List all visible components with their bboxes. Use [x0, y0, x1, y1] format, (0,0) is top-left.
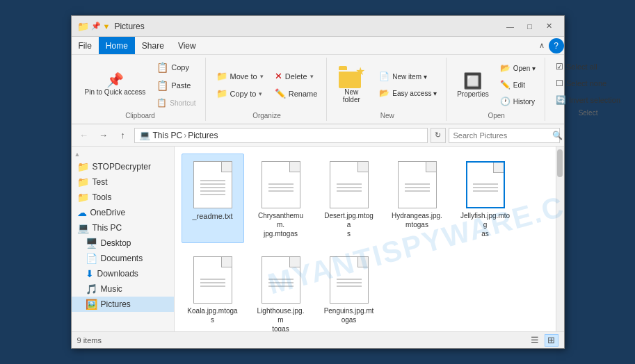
sidebar-item-music[interactable]: 🎵 Music — [72, 281, 174, 297]
menu-view[interactable]: View — [171, 37, 203, 54]
file-name-hydrangeas: Hydrangeas.jpg.mtogas — [392, 211, 442, 229]
delete-chevron-icon: ▾ — [310, 73, 314, 80]
invert-selection-button[interactable]: 🔄 Invert selection — [551, 92, 625, 108]
rename-button[interactable]: ✏️ Rename — [270, 85, 323, 101]
properties-button[interactable]: 🔲 Properties — [452, 69, 494, 101]
folder-icon-title: ▼ — [103, 22, 111, 31]
move-to-button[interactable]: 📁 Move to ▾ — [211, 68, 268, 84]
file-page-desert — [330, 161, 369, 208]
search-icon: 🔍 — [552, 131, 563, 140]
file-item-koala[interactable]: Koala.jpg.mtogas — [182, 249, 244, 331]
sidebar-item-pictures[interactable]: 🖼️ Pictures — [72, 297, 174, 312]
sidebar-item-downloads-label: Downloads — [97, 269, 138, 279]
new-items: ★ Newfolder 📄 New item ▾ 📂 Easy access ▾ — [332, 59, 442, 110]
sidebar-item-thispc[interactable]: 💻 This PC — [72, 220, 174, 235]
file-lines-d — [337, 181, 362, 194]
file-area-scrollbar[interactable] — [556, 147, 564, 331]
search-box: 🔍 — [449, 128, 560, 143]
minimize-button[interactable]: — — [501, 19, 520, 33]
sidebar-item-test-label: Test — [93, 177, 108, 187]
file-item-lighthouse[interactable]: Lighthouse.jpg.mtogas — [250, 249, 312, 331]
delete-rename-col: ✕ Delete ▾ ✏️ Rename — [270, 68, 323, 101]
organize-label: Organize — [252, 112, 281, 119]
line2 — [200, 282, 225, 283]
file-name-koala: Koala.jpg.mtogas — [186, 306, 239, 324]
address-path[interactable]: 💻 This PC › Pictures — [134, 128, 428, 143]
grid-view-button[interactable]: ⊞ — [545, 334, 558, 347]
line1 — [200, 180, 225, 181]
pin-quick-access-button[interactable]: 📌 Pin to Quick access — [80, 69, 151, 100]
title-bar: 📁 📌 ▼ Pictures — □ ✕ — [72, 16, 564, 37]
paste-shortcut-button[interactable]: 📋 Shortcut — [152, 95, 200, 110]
copy-to-button[interactable]: 📁 Copy to ▾ — [211, 85, 268, 101]
close-button[interactable]: ✕ — [540, 19, 558, 33]
ribbon-collapse-button[interactable]: ∧ — [535, 40, 549, 51]
file-name-jellyfish: Jellyfish.jpg.mtogas — [459, 211, 512, 238]
copy-button[interactable]: 📋 Copy — [152, 59, 200, 76]
delete-button[interactable]: ✕ Delete ▾ — [270, 68, 323, 84]
status-bar: 9 items ☰ ⊞ — [72, 331, 564, 348]
search-input[interactable] — [453, 131, 549, 140]
line3 — [200, 286, 225, 287]
file-item-chrysanthemum[interactable]: Chrysanthemum.jpg.mtogas — [250, 154, 312, 243]
sidebar-item-onedrive[interactable]: ☁ OneDrive — [72, 205, 174, 220]
history-button[interactable]: 🕐 History — [495, 94, 540, 109]
sidebar-item-desktop[interactable]: 🖥️ Desktop — [72, 235, 174, 251]
new-item-button[interactable]: 📄 New item ▾ — [374, 69, 442, 84]
line2 — [268, 282, 294, 283]
sidebar-item-test[interactable]: 📁 Test — [72, 174, 174, 190]
file-lines-readme — [200, 178, 225, 197]
sidebar-item-stopdecrypter[interactable]: 📁 STOPDecrypter — [72, 159, 174, 174]
list-view-button[interactable]: ☰ — [528, 334, 542, 347]
file-lines-h — [405, 181, 430, 194]
menu-home[interactable]: Home — [99, 37, 135, 54]
sidebar: ▲ 📁 STOPDecrypter 📁 Test 📁 Tools ☁ OneDr… — [72, 147, 175, 331]
open-button[interactable]: 📂 Open ▾ — [495, 60, 540, 76]
select-all-button[interactable]: ☑ Select all — [551, 59, 625, 74]
line2 — [337, 282, 362, 283]
refresh-button[interactable]: ↻ — [431, 128, 446, 143]
file-icon-hydrangeas — [395, 158, 440, 208]
rename-icon: ✏️ — [275, 88, 286, 99]
easy-access-button[interactable]: 📂 Easy access ▾ — [374, 85, 442, 101]
new-label: New — [380, 112, 394, 119]
select-none-icon: ☐ — [556, 78, 563, 88]
breadcrumb-icon: 💻 — [139, 130, 150, 140]
sidebar-item-downloads[interactable]: ⬇ Downloads — [72, 266, 174, 281]
select-label: Select — [579, 109, 598, 117]
sidebar-item-tools[interactable]: 📁 Tools — [72, 190, 174, 205]
title-bar-icon: 📁 📌 ▼ — [77, 21, 111, 32]
file-name-readme: _readme.txt — [192, 211, 232, 221]
file-scroll-thumb[interactable] — [557, 149, 563, 177]
line1 — [337, 183, 362, 185]
new-folder-button[interactable]: ★ Newfolder — [332, 63, 370, 107]
file-item-readme[interactable]: _readme.txt — [182, 154, 244, 243]
file-page-readme — [193, 161, 232, 208]
line3 — [268, 286, 294, 287]
back-button[interactable]: ← — [76, 128, 93, 143]
line3 — [473, 190, 498, 192]
edit-button[interactable]: ✏️ Edit — [495, 77, 540, 92]
line2 — [268, 187, 294, 188]
file-item-jellyfish[interactable]: Jellyfish.jpg.mtogas — [454, 154, 517, 243]
file-icon-koala — [191, 254, 235, 304]
sidebar-item-documents[interactable]: 📄 Documents — [72, 251, 174, 266]
maximize-button[interactable]: □ — [521, 19, 539, 33]
up-button[interactable]: ↑ — [115, 128, 131, 143]
menu-file[interactable]: File — [72, 37, 99, 54]
downloads-icon: ⬇ — [86, 268, 94, 279]
menu-share[interactable]: Share — [135, 37, 171, 54]
pictures-icon: 🖼️ — [86, 299, 97, 310]
forward-button[interactable]: → — [95, 128, 112, 143]
file-item-penguins[interactable]: Penguins.jpg.mtogas — [318, 249, 380, 331]
easy-access-icon: 📂 — [379, 88, 389, 98]
select-none-button[interactable]: ☐ Select none — [551, 76, 625, 91]
file-item-desert[interactable]: Desert.jpg.mtogas — [318, 154, 380, 243]
file-item-hydrangeas[interactable]: Hydrangeas.jpg.mtogas — [386, 154, 449, 243]
file-name-lighthouse: Lighthouse.jpg.mtogas — [255, 306, 307, 331]
clipboard-label: Clipboard — [125, 112, 155, 119]
sidebar-item-desktop-label: Desktop — [101, 238, 131, 248]
help-button[interactable]: ? — [549, 38, 564, 53]
thispc-icon: 💻 — [77, 222, 89, 233]
paste-button[interactable]: 📋 Paste — [152, 77, 200, 94]
